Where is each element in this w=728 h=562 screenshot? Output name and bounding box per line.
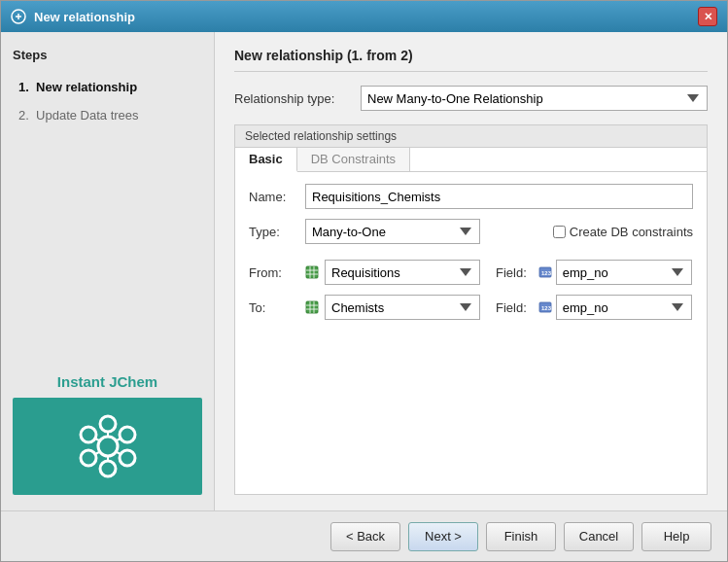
from-table-wrapper: Requisitions bbox=[305, 260, 480, 285]
to-field-icon: 123 bbox=[538, 300, 552, 314]
relationship-type-label: Relationship type: bbox=[234, 91, 361, 106]
svg-point-8 bbox=[81, 450, 96, 466]
main-content: New relationship (1. from 2) Relationshi… bbox=[215, 32, 727, 510]
molecule-icon bbox=[74, 412, 142, 480]
back-button[interactable]: < Back bbox=[330, 522, 400, 551]
from-field-label: Field: bbox=[496, 265, 527, 280]
to-row: To: Chemists bbox=[249, 295, 693, 320]
footer: < Back Next > Finish Cancel Help bbox=[1, 510, 727, 561]
dialog: New relationship ✕ Steps 1. New relation… bbox=[0, 0, 728, 562]
step-2-number: 2. bbox=[18, 108, 29, 123]
tab-basic[interactable]: Basic bbox=[235, 148, 297, 172]
finish-button[interactable]: Finish bbox=[486, 522, 556, 551]
svg-rect-16 bbox=[306, 266, 318, 278]
name-row: Name: bbox=[249, 184, 693, 209]
to-table-select[interactable]: Chemists bbox=[325, 295, 480, 320]
dialog-icon bbox=[11, 9, 26, 24]
settings-body: Name: Type: Many-to-One Create DB constr… bbox=[235, 172, 707, 341]
from-field-select[interactable]: emp_no bbox=[556, 260, 692, 285]
main-title: New relationship (1. from 2) bbox=[234, 48, 708, 72]
to-table-wrapper: Chemists bbox=[305, 295, 480, 320]
svg-line-12 bbox=[117, 452, 121, 454]
steps-title: Steps bbox=[13, 48, 202, 62]
create-db-text: Create DB constraints bbox=[570, 225, 693, 239]
name-label: Name: bbox=[249, 190, 297, 204]
step-2: 2. Update Data trees bbox=[13, 102, 202, 130]
type-select[interactable]: Many-to-One bbox=[305, 219, 480, 244]
svg-point-7 bbox=[100, 461, 116, 476]
svg-text:123: 123 bbox=[541, 305, 552, 311]
svg-point-3 bbox=[98, 437, 118, 456]
from-field-wrapper: 123 emp_no bbox=[538, 260, 692, 285]
svg-rect-23 bbox=[306, 301, 318, 313]
create-db-label: Create DB constraints bbox=[553, 225, 693, 239]
svg-point-4 bbox=[100, 416, 116, 432]
dialog-title: New relationship bbox=[34, 10, 135, 24]
type-label: Type: bbox=[249, 225, 297, 239]
name-input[interactable] bbox=[305, 184, 693, 209]
to-label: To: bbox=[249, 300, 297, 315]
to-field-label: Field: bbox=[496, 300, 527, 315]
svg-point-6 bbox=[120, 450, 135, 466]
logo-box bbox=[13, 398, 202, 495]
from-table-select[interactable]: Requisitions bbox=[325, 260, 480, 285]
close-button[interactable]: ✕ bbox=[698, 7, 717, 26]
settings-group: Selected relationship settings Basic DB … bbox=[234, 124, 708, 495]
settings-group-title: Selected relationship settings bbox=[235, 125, 707, 148]
svg-line-11 bbox=[117, 439, 121, 440]
sidebar: Steps 1. New relationship 2. Update Data… bbox=[1, 32, 215, 510]
svg-point-5 bbox=[120, 427, 135, 442]
step-1-number: 1. bbox=[18, 80, 29, 94]
dialog-body: Steps 1. New relationship 2. Update Data… bbox=[1, 32, 727, 510]
cancel-button[interactable]: Cancel bbox=[564, 522, 634, 551]
from-row: From: Requisitions bbox=[249, 260, 693, 285]
type-row: Type: Many-to-One Create DB constraints bbox=[249, 219, 693, 244]
steps-section: Steps 1. New relationship 2. Update Data… bbox=[13, 48, 202, 130]
sidebar-bottom: Instant JChem bbox=[13, 373, 202, 495]
next-button[interactable]: Next > bbox=[408, 522, 478, 551]
title-bar: New relationship ✕ bbox=[1, 1, 727, 32]
from-label: From: bbox=[249, 265, 297, 280]
svg-point-9 bbox=[81, 427, 96, 442]
svg-line-15 bbox=[95, 439, 99, 440]
svg-text:123: 123 bbox=[541, 270, 552, 276]
svg-line-14 bbox=[95, 452, 99, 454]
relationship-type-row: Relationship type: New Many-to-One Relat… bbox=[234, 86, 708, 111]
create-db-checkbox[interactable] bbox=[553, 226, 566, 238]
to-field-select[interactable]: emp_no bbox=[556, 295, 692, 320]
to-field-wrapper: 123 emp_no bbox=[538, 295, 692, 320]
step-1-label: New relationship bbox=[36, 80, 137, 94]
brand-label: Instant JChem bbox=[57, 373, 157, 390]
help-button[interactable]: Help bbox=[641, 522, 711, 551]
tab-db-constraints[interactable]: DB Constraints bbox=[297, 148, 410, 171]
step-1: 1. New relationship bbox=[13, 74, 202, 102]
from-field-icon: 123 bbox=[538, 265, 552, 279]
relationship-type-select[interactable]: New Many-to-One Relationship bbox=[361, 86, 708, 111]
from-table-icon bbox=[305, 265, 319, 279]
tabs: Basic DB Constraints bbox=[235, 148, 707, 172]
step-2-label: Update Data trees bbox=[36, 108, 139, 123]
title-bar-left: New relationship bbox=[11, 9, 135, 24]
to-table-icon bbox=[305, 300, 319, 314]
